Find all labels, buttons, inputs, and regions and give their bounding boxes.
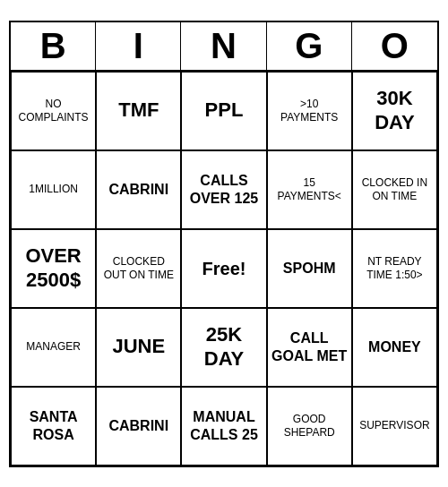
bingo-cell: 1MILLION bbox=[11, 150, 96, 229]
bingo-cell: 25K DAY bbox=[181, 308, 266, 387]
bingo-cell: PPL bbox=[181, 72, 266, 150]
bingo-header: BINGO bbox=[11, 22, 437, 72]
bingo-cell: TMF bbox=[96, 72, 181, 150]
bingo-cell: MANUAL CALLS 25 bbox=[181, 387, 266, 466]
bingo-cell: CALLS OVER 125 bbox=[181, 150, 266, 229]
bingo-cell: SPOHM bbox=[267, 229, 352, 308]
bingo-cell: GOOD SHEPARD bbox=[267, 387, 352, 466]
bingo-cell: MONEY bbox=[352, 308, 437, 387]
bingo-cell: JUNE bbox=[96, 308, 181, 387]
bingo-cell: CALL GOAL MET bbox=[267, 308, 352, 387]
bingo-cell: SUPERVISOR bbox=[352, 387, 437, 466]
header-letter: O bbox=[352, 22, 437, 70]
header-letter: G bbox=[267, 22, 352, 70]
header-letter: I bbox=[96, 22, 181, 70]
bingo-cell: CLOCKED OUT ON TIME bbox=[96, 229, 181, 308]
bingo-grid: NO COMPLAINTSTMFPPL>10 PAYMENTS30K DAY1M… bbox=[11, 72, 437, 466]
bingo-cell: 30K DAY bbox=[352, 72, 437, 150]
bingo-cell: NT READY TIME 1:50> bbox=[352, 229, 437, 308]
bingo-cell: MANAGER bbox=[11, 308, 96, 387]
header-letter: N bbox=[181, 22, 266, 70]
bingo-card: BINGO NO COMPLAINTSTMFPPL>10 PAYMENTS30K… bbox=[9, 21, 439, 467]
bingo-cell: 15 PAYMENTS< bbox=[267, 150, 352, 229]
bingo-cell: OVER 2500$ bbox=[11, 229, 96, 308]
bingo-cell: CABRINI bbox=[96, 387, 181, 466]
bingo-cell: >10 PAYMENTS bbox=[267, 72, 352, 150]
header-letter: B bbox=[11, 22, 96, 70]
bingo-cell: CABRINI bbox=[96, 150, 181, 229]
bingo-cell: SANTA ROSA bbox=[11, 387, 96, 466]
bingo-cell: NO COMPLAINTS bbox=[11, 72, 96, 150]
bingo-cell: Free! bbox=[181, 229, 266, 308]
bingo-cell: CLOCKED IN ON TIME bbox=[352, 150, 437, 229]
